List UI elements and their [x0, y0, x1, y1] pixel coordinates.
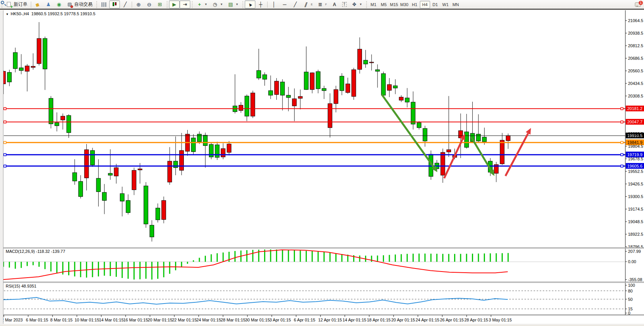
- candle-body-bull: [423, 128, 427, 141]
- toolbar-drag-handle[interactable]: [96, 1, 98, 8]
- vertical-line-button[interactable]: │: [269, 0, 279, 8]
- rsi-axis-label: 100: [628, 283, 635, 288]
- line-handle[interactable]: [621, 165, 623, 167]
- crosshair-button[interactable]: ┼: [255, 0, 266, 8]
- text-icon: A: [332, 2, 338, 8]
- line-handle[interactable]: [4, 141, 6, 144]
- price-axis-tick-label: 20686.5: [628, 56, 643, 61]
- line-handle[interactable]: [4, 165, 6, 167]
- channel-button[interactable]: ∥E: [301, 0, 315, 8]
- date-axis-label: 20 Apr 01:15: [391, 318, 415, 322]
- shapes-button[interactable]: ✥▼: [349, 0, 365, 8]
- candle-body-bear: [138, 169, 142, 170]
- fibonacci-button[interactable]: ≣F: [315, 0, 329, 8]
- chart-background: [3, 10, 644, 324]
- price-axis-tick-label: 20434.5: [628, 81, 643, 86]
- candle-body-bull: [286, 95, 290, 97]
- line-handle[interactable]: [621, 141, 623, 144]
- candle-body-bear: [114, 168, 118, 176]
- chat-icon[interactable]: 1: [635, 2, 641, 7]
- timeframe-button-m5[interactable]: M5: [379, 1, 389, 8]
- timeframe-button-h1[interactable]: H1: [410, 1, 420, 8]
- candlestick-chart-button[interactable]: [109, 0, 120, 8]
- tile-windows-button[interactable]: ⊞: [155, 0, 165, 8]
- zoom-in-button[interactable]: ⊕: [133, 0, 144, 8]
- channel-icon: ∥: [302, 2, 310, 8]
- trendline-button[interactable]: ╱: [290, 0, 301, 8]
- candle-body-bull: [78, 181, 83, 197]
- timeframe-button-d1[interactable]: D1: [430, 1, 440, 8]
- chart-area[interactable]: ▼HK50-,H4 19860.5 19932.5 19778.5 19910.…: [3, 10, 644, 324]
- date-axis-label: 28 Mar 01:15: [221, 318, 245, 322]
- candle-body-bear: [274, 81, 279, 94]
- candle-body-bull: [245, 96, 249, 116]
- candle-body-bull: [477, 134, 481, 141]
- timeframe-button-mn[interactable]: MN: [451, 1, 461, 8]
- timeframe-button-m1[interactable]: M1: [368, 1, 379, 8]
- new-order-button[interactable]: + 新订单: [4, 0, 30, 8]
- line-handle[interactable]: [621, 153, 623, 156]
- candle-body-bull: [150, 225, 154, 237]
- candle-body-bear: [167, 161, 172, 182]
- toolbar-drag-handle[interactable]: [242, 1, 244, 8]
- candle-body-bull: [363, 60, 368, 64]
- timeframe-button-w1[interactable]: W1: [440, 1, 451, 8]
- text-button[interactable]: A: [329, 0, 340, 8]
- timeframe-button-m30[interactable]: M30: [399, 1, 410, 8]
- line-chart-button[interactable]: ╱: [120, 0, 131, 8]
- candle-body-bull: [393, 86, 397, 88]
- candle-body-bear: [310, 73, 314, 89]
- text-label-button[interactable]: T: [340, 0, 349, 8]
- line-handle[interactable]: [4, 121, 6, 123]
- search-icon[interactable]: [1, 1, 4, 4]
- auto-scroll-button[interactable]: ▶: [169, 0, 180, 8]
- rsi-axis-label: 0: [628, 311, 630, 315]
- candle-body-bear: [292, 99, 296, 106]
- bar-chart-button[interactable]: [99, 0, 109, 8]
- market-button[interactable]: ♟: [43, 0, 54, 8]
- date-axis-label: 24 Mar 01:15: [196, 318, 221, 322]
- toolbar-drag-handle[interactable]: [365, 1, 368, 8]
- candle-body-bear: [31, 66, 35, 67]
- horizontal-line-icon: ─: [282, 2, 288, 8]
- timeframe-button-m15[interactable]: M15: [389, 1, 399, 8]
- chart-shift-button[interactable]: ⇥: [180, 0, 190, 8]
- collapse-icon[interactable]: ▼: [6, 13, 9, 16]
- indicators-button[interactable]: +▼: [194, 0, 210, 8]
- template-icon: ▤: [228, 2, 234, 8]
- trendline-icon: ╱: [292, 2, 298, 8]
- marker-icon: ◆: [35, 2, 41, 8]
- marker-button[interactable]: ◆: [32, 0, 43, 8]
- shapes-icon: ✥: [351, 2, 357, 8]
- line-handle[interactable]: [4, 153, 6, 156]
- candle-body-bull: [304, 72, 308, 89]
- price-axis-tick-label: 20308.5: [628, 94, 643, 98]
- auto-trading-button[interactable]: 自动交易: [64, 0, 95, 8]
- price-axis-tick-label: 19678.5: [628, 157, 643, 161]
- auto-scroll-icon: ▶: [171, 2, 177, 8]
- timeframe-button-h4[interactable]: H4: [420, 1, 430, 8]
- price-line-label: 20047.7: [627, 120, 642, 124]
- price-chart-canvas[interactable]: 20181.220047.719841.919719.919605.619910…: [3, 10, 644, 324]
- macd-axis-label: 207.99: [628, 249, 641, 254]
- line-handle[interactable]: [621, 121, 623, 123]
- horizontal-line-button[interactable]: ─: [279, 0, 290, 8]
- candle-body-bull: [13, 53, 18, 69]
- periods-button[interactable]: ◷▼: [210, 0, 225, 8]
- line-handle[interactable]: [4, 107, 6, 110]
- toolbar-drag-handle[interactable]: [166, 1, 168, 8]
- cursor-button[interactable]: ▲: [245, 0, 255, 8]
- signals-button[interactable]: ◉: [54, 0, 64, 8]
- templates-button[interactable]: ▤▼: [225, 0, 241, 8]
- candle-body-bear: [162, 200, 166, 219]
- symbol-period: HK50-,H4: [11, 11, 29, 16]
- date-axis-label: 28 Apr 01:15: [464, 318, 488, 322]
- rsi-axis-label: 80: [628, 289, 633, 293]
- auto-trading-icon: [67, 2, 73, 8]
- line-handle[interactable]: [621, 107, 623, 110]
- notification-badge: 1: [639, 1, 643, 5]
- bar-chart-icon: [101, 2, 107, 8]
- price-axis-tick-label: 21064.5: [628, 18, 643, 23]
- toolbar-drag-handle[interactable]: [191, 1, 193, 8]
- zoom-out-button[interactable]: ⊖: [144, 0, 155, 8]
